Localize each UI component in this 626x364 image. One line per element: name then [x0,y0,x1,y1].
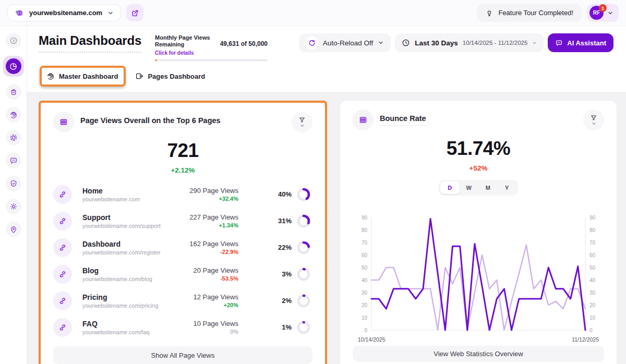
sidebar-item-sessions[interactable] [6,107,21,123]
svg-text:80: 80 [362,227,368,233]
link-icon [53,238,72,257]
filter-button[interactable] [292,112,312,132]
page-views-change: +20% [161,302,238,308]
open-site-button[interactable] [126,4,143,21]
tab-master-dashboard[interactable]: Master Dashboard [45,70,119,82]
period-option-m[interactable]: M [478,181,498,194]
page-row[interactable]: FAQ yourwebsitename.com/faq 10 Page View… [53,314,312,341]
page-url: yourwebsitename.com/support [82,223,161,229]
sidebar-item-settings[interactable] [6,199,21,214]
svg-text:70: 70 [362,240,368,246]
feature-tour-label: Feature Tour Completed! [498,9,573,17]
widget-icon [53,112,74,132]
show-all-page-views-button[interactable]: Show All Page Views [53,346,312,364]
user-menu[interactable]: RF 1 [587,4,619,22]
sidebar-toggle[interactable] [6,33,21,48]
page-views-change: +32.4% [161,196,238,202]
svg-text:10: 10 [589,315,596,321]
ai-assistant-button[interactable]: AI Assistant [548,33,613,52]
dashboard-content: Page Views Overall on the Top 6 Pages 72… [27,92,626,364]
date-range-preset: Last 30 Days [415,39,458,47]
page-row[interactable]: Support yourwebsitename.com/support 227 … [53,208,312,234]
auto-reload-dropdown[interactable]: Auto-Reload Off [299,33,391,52]
card-title: Page Views Overall on the Top 6 Pages [80,116,221,128]
sidebar-item-heatmaps[interactable] [6,130,21,145]
period-option-y[interactable]: Y [498,181,517,194]
page-row[interactable]: Home yourwebsitename.com 290 Page Views … [53,181,312,208]
collapse-icon [9,37,18,45]
quota-progress-bar [155,59,268,61]
pages-icon [135,72,143,80]
page-views-count: 290 Page Views [161,187,238,195]
chevron-down-icon [300,124,305,128]
page-share-percent: 1% [282,323,292,331]
link-icon [53,292,72,310]
annotation-box-page-views-card: Page Views Overall on the Top 6 Pages 72… [39,101,327,364]
page-views-change: 0% [161,329,238,335]
page-row[interactable]: Dashboard yourwebsitename.com/register 1… [53,234,312,261]
spiral-icon [46,72,55,80]
page-views-change: -22.9% [161,249,238,255]
site-selector[interactable]: yourwebsitename.com [7,4,121,21]
svg-text:80: 80 [589,227,596,233]
sidebar-item-security[interactable] [6,176,21,191]
quota-details-link[interactable]: Click for details [155,50,194,56]
date-range-dates: 10/14/2025 - 11/12/2025 [463,40,527,46]
sidebar-item-store[interactable] [6,84,21,100]
quota-widget: Monthly Page Views Remaining 49,631 of 5… [155,34,268,61]
page-share-percent: 31% [278,217,292,225]
page-name: Pricing [82,293,161,301]
sidebar-item-locations[interactable] [6,222,21,237]
globe-icon [15,8,24,18]
page-url: yourwebsitename.com/blog [82,276,161,282]
link-icon [53,265,72,284]
page-views-list: Home yourwebsitename.com 290 Page Views … [53,181,312,341]
lightbulb-icon [485,9,493,17]
period-option-d[interactable]: D [440,181,460,194]
page-url: yourwebsitename.com/pricing [82,302,161,309]
svg-text:10: 10 [362,315,368,321]
svg-text:60: 60 [362,252,368,258]
svg-text:0: 0 [364,327,367,333]
pie-icon [6,58,21,74]
link-icon [53,212,72,230]
gear-icon [9,202,18,211]
date-range-picker[interactable]: Last 30 Days 10/14/2025 - 11/12/2025 [395,33,544,52]
ai-assistant-label: AI Assistant [567,39,606,47]
filter-button[interactable] [583,110,604,130]
chevron-down-icon [592,122,596,126]
feature-tour-button[interactable]: Feature Tour Completed! [477,4,582,22]
avatar: RF 1 [589,6,604,20]
chat-icon [9,156,18,165]
page-views-card: Page Views Overall on the Top 6 Pages 72… [41,103,325,364]
quota-usage: 49,631 of 50,000 [220,40,268,47]
page-title: Main Dashboards [39,33,141,53]
sidebar-item-dashboards[interactable] [3,56,24,77]
funnel-icon [590,114,597,122]
chevron-down-icon [107,10,114,16]
svg-text:40: 40 [589,277,596,283]
page-row[interactable]: Blog yourwebsitename.com/blog 20 Page Vi… [53,261,312,287]
chevron-down-icon [607,10,613,16]
svg-text:90: 90 [589,215,596,221]
page-share-donut [297,321,310,334]
tab-pages-dashboard[interactable]: Pages Dashboard [134,70,206,82]
quota-label: Monthly Page Views Remaining [155,34,216,47]
bounce-rate-change: +52% [353,164,604,172]
page-share-donut [297,241,310,254]
page-url: yourwebsitename.com/faq [82,329,161,335]
period-option-w[interactable]: W [460,181,479,194]
page-share-percent: 2% [282,297,292,305]
chevron-down-icon [378,40,384,46]
link-icon [53,318,72,337]
link-icon [53,185,72,204]
view-web-statistics-button[interactable]: View Web Statistics Overview [353,346,604,362]
pin-icon [9,225,18,234]
page-row[interactable]: Pricing yourwebsitename.com/pricing 12 P… [53,287,312,314]
bag-icon [9,88,18,96]
bounce-rate-chart: 0010102020303040405050606070708080909010… [353,211,604,346]
tab-label: Pages Dashboard [148,72,205,80]
quota-progress-fill [155,59,157,61]
sidebar-item-feedback[interactable] [6,153,21,168]
widget-icon [353,110,374,130]
